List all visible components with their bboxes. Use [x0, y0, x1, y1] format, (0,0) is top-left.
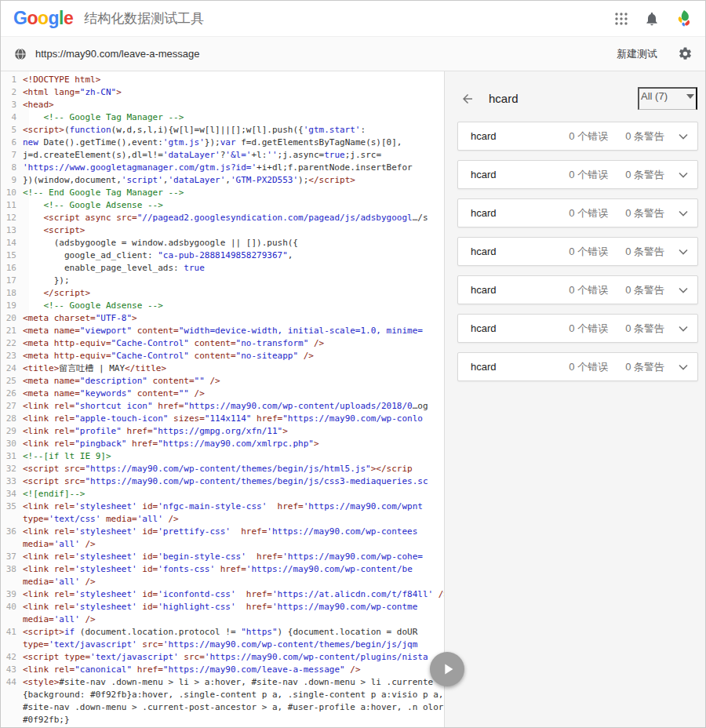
chevron-down-icon[interactable]: [679, 364, 688, 370]
code-token: Date().getTime(),event:: [38, 137, 163, 147]
line-number: 30: [1, 438, 23, 450]
code-token: <meta name=: [23, 326, 80, 336]
feedback-icon[interactable]: [675, 9, 693, 28]
chevron-down-icon[interactable]: [679, 210, 688, 217]
code-token: 'https://at.alicdn.com/t/f84ll': [272, 589, 433, 599]
code-token: );: [298, 175, 308, 185]
result-row[interactable]: hcard 0 个错误 0 条警告: [457, 122, 698, 151]
code-token: />: [205, 376, 220, 386]
code-text: </script>: [23, 287, 444, 300]
code-token: media=: [100, 514, 136, 524]
code-token: content=: [189, 338, 236, 348]
code-token: media=: [23, 577, 54, 587]
code-text: <!-- Google Adsense -->: [23, 199, 444, 212]
result-row[interactable]: hcard 0 个错误 0 条警告: [457, 314, 698, 343]
code-token: function: [70, 125, 111, 135]
result-row-type: hcard: [471, 322, 497, 334]
code-token: 'gtm.js': [163, 137, 205, 147]
code-line: 2<html lang="zh-CN">: [1, 86, 444, 99]
code-token: <link rel=: [23, 526, 75, 537]
code-line: 37<link rel='stylesheet' id='begin-style…: [1, 551, 444, 563]
code-token: <!DOCTYPE html>: [23, 75, 100, 85]
chevron-down-icon[interactable]: [679, 287, 688, 293]
result-row-type: hcard: [471, 207, 497, 219]
code-text: j=d.createElement(s),dl=l!='dataLayer'?'…: [23, 149, 444, 162]
result-row[interactable]: hcard 0 个错误 0 条警告: [457, 237, 698, 266]
structured-data-testing-tool: Google 结构化数据测试工具 https://may90.co: [0, 0, 706, 728]
code-token: />: [433, 589, 444, 599]
code-token: "https://may90.com/xmlrpc.php": [158, 439, 314, 449]
code-text: #site-nav .down-menu > .current-post-anc…: [23, 701, 444, 714]
code-token: content=: [132, 388, 179, 399]
code-token: "Cache-Control": [111, 351, 189, 361]
code-token: id=: [137, 526, 158, 537]
code-line: 35<link rel='stylesheet' id='nfgc-main-s…: [1, 500, 444, 513]
chevron-down-icon[interactable]: [679, 249, 688, 255]
code-line: 4 <!-- Google Tag Manager -->: [1, 111, 444, 124]
code-token: 'https://may90.com/wp-cohe=: [282, 551, 423, 562]
code-token: });: [205, 137, 220, 147]
result-row[interactable]: hcard 0 个错误 0 条警告: [457, 160, 698, 189]
line-number: 10: [1, 187, 23, 199]
chevron-down-icon[interactable]: [679, 172, 688, 178]
code-text: <meta name="keywords" content="" />: [23, 388, 444, 400]
code-line: 19 <!-- Google Adsense -->: [1, 300, 444, 312]
dropdown-arrow-icon: [686, 94, 694, 99]
result-row[interactable]: hcard 0 个错误 0 条警告: [457, 352, 698, 381]
code-line: 11 <!-- Google Adsense -->: [1, 199, 444, 212]
code-text: type='text/javascript' src='https://may9…: [23, 639, 444, 651]
code-token: <!-- Google Adsense -->: [44, 300, 163, 311]
code-token: href=: [246, 551, 282, 562]
code-token: 'stylesheet': [75, 526, 136, 537]
new-test-button[interactable]: 新建测试: [617, 47, 657, 61]
chevron-down-icon[interactable]: [679, 326, 688, 332]
tested-url[interactable]: https://may90.com/leave-a-message: [35, 48, 200, 60]
code-text: <script src="https://may90.com/wp-conten…: [23, 463, 444, 475]
code-token: ,: [225, 175, 231, 185]
code-line: media='all' />: [1, 613, 444, 626]
code-token: "https": [241, 627, 277, 637]
code-editor[interactable]: 1<!DOCTYPE html>2<html lang="zh-CN">3<he…: [1, 71, 445, 727]
code-token: "canonical": [75, 664, 132, 675]
line-number: 40: [1, 601, 23, 613]
error-count: 0 个错误: [569, 206, 608, 220]
line-number: 34: [1, 488, 23, 500]
code-token: 'https://may90.com/wp-content/plugins/ni…: [205, 652, 428, 662]
result-row[interactable]: hcard 0 个错误 0 条警告: [457, 275, 698, 304]
results-filter-dropdown[interactable]: All (7): [638, 87, 697, 110]
line-number: 6: [1, 136, 23, 149]
settings-gear-icon[interactable]: [678, 46, 693, 61]
chevron-down-icon[interactable]: [679, 133, 688, 140]
code-text: <style>#site-nav .down-menu > li > a:hov…: [23, 676, 444, 689]
code-token: 'stylesheet': [75, 564, 136, 574]
back-arrow-icon[interactable]: [459, 90, 476, 107]
line-number: 2: [1, 86, 23, 99]
run-test-button[interactable]: [430, 652, 464, 686]
code-text: <link rel="apple-touch-icon" sizes="114x…: [23, 413, 444, 425]
line-number: [1, 613, 23, 626]
result-row[interactable]: hcard 0 个错误 0 条警告: [457, 198, 698, 228]
line-number: 7: [1, 149, 23, 162]
code-token: >: [132, 313, 137, 323]
line-number: 43: [1, 664, 23, 676]
code-token: </script>: [44, 288, 91, 298]
code-token: '&l=': [225, 150, 251, 160]
code-token: id=: [137, 602, 158, 612]
code-text: <script>(function(w,d,s,l,i){w[l]=w[l]||…: [23, 124, 444, 136]
code-text: <link rel='stylesheet' id='nfgc-main-sty…: [23, 500, 444, 513]
code-text: #0f92fb;}: [23, 714, 444, 726]
code-text: <script>: [23, 224, 444, 237]
code-token: "zh-CN": [80, 87, 116, 97]
code-token: 'highlight-css': [158, 602, 235, 612]
google-logo[interactable]: Google: [13, 9, 73, 27]
url-bar[interactable]: https://may90.com/leave-a-message 新建测试: [1, 36, 705, 71]
apps-grid-icon[interactable]: [614, 12, 628, 26]
code-token: "https://may90.com/wp-content/themes/beg…: [85, 464, 370, 474]
code-token: [23, 300, 44, 311]
notifications-bell-icon[interactable]: [644, 11, 660, 27]
code-token: 'all': [54, 614, 80, 624]
code-line: 33<script src="https://may90.com/wp-cont…: [1, 475, 444, 488]
code-token: {background: #0f92fb}a:hover, .single-co…: [23, 690, 443, 700]
code-text: google_ad_client: "ca-pub-28881498582793…: [23, 249, 444, 262]
line-number: 18: [1, 287, 23, 300]
